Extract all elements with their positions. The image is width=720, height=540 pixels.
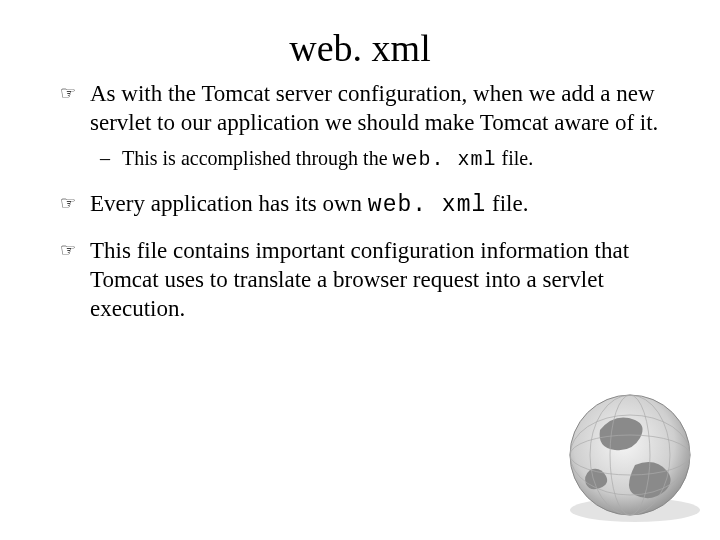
globe-icon bbox=[540, 380, 710, 530]
slide-title: web. xml bbox=[0, 0, 720, 80]
bullet-text: This file contains important configurati… bbox=[90, 238, 629, 321]
bullet-text-before: Every application has its own bbox=[90, 191, 368, 216]
bullet-item: Every application has its own web. xml f… bbox=[60, 190, 676, 220]
bullet-list: As with the Tomcat server configuration,… bbox=[60, 80, 676, 324]
sub-code: web. xml bbox=[393, 148, 497, 171]
svg-point-1 bbox=[570, 395, 690, 515]
bullet-text-after: file. bbox=[486, 191, 528, 216]
slide-body: As with the Tomcat server configuration,… bbox=[0, 80, 720, 324]
bullet-code: web. xml bbox=[368, 192, 486, 218]
bullet-item: This file contains important configurati… bbox=[60, 237, 676, 323]
slide: web. xml As with the Tomcat server confi… bbox=[0, 0, 720, 540]
sub-list: This is accomplished through the web. xm… bbox=[100, 146, 676, 172]
sub-item: This is accomplished through the web. xm… bbox=[100, 146, 676, 172]
sub-text-before: This is accomplished through the bbox=[122, 147, 393, 169]
sub-text-after: file. bbox=[497, 147, 534, 169]
bullet-item: As with the Tomcat server configuration,… bbox=[60, 80, 676, 172]
bullet-text: As with the Tomcat server configuration,… bbox=[90, 81, 658, 135]
